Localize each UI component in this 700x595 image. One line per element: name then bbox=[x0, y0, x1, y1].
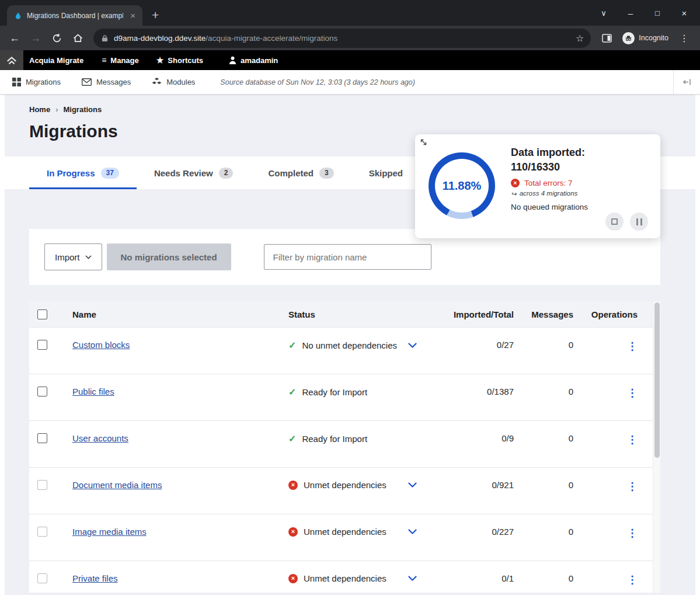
manage-label: Manage bbox=[110, 56, 138, 65]
collapse-toolbar-button[interactable] bbox=[673, 70, 700, 94]
table-row: Document media items Unmet dependencies … bbox=[29, 467, 660, 514]
expand-chevron-icon[interactable] bbox=[408, 529, 417, 534]
resize-icon[interactable] bbox=[420, 138, 427, 146]
tab-in-progress[interactable]: In Progress 37 bbox=[29, 156, 137, 189]
incognito-badge: Incognito bbox=[618, 32, 673, 44]
star-icon: ★ bbox=[156, 56, 164, 64]
table-scrollbar[interactable] bbox=[653, 301, 660, 593]
tab-count-badge: 3 bbox=[319, 168, 334, 179]
row-checkbox[interactable] bbox=[37, 340, 47, 350]
tab-label: In Progress bbox=[47, 168, 95, 178]
row-checkbox[interactable] bbox=[37, 573, 47, 583]
row-checkbox[interactable] bbox=[37, 433, 47, 443]
row-checkbox[interactable] bbox=[37, 387, 47, 396]
migration-link[interactable]: Private files bbox=[72, 573, 118, 583]
import-progress-card: 11.88% Data imported: 110/16330 Total er… bbox=[415, 134, 660, 238]
messages-count: 0 bbox=[514, 340, 578, 350]
tab-completed[interactable]: Completed 3 bbox=[250, 156, 351, 189]
tab-label: Completed bbox=[268, 168, 314, 178]
address-bar[interactable]: d9ama-ddevblog.ddev.site/acquia-migrate-… bbox=[93, 29, 591, 48]
side-panel-icon[interactable] bbox=[597, 29, 617, 47]
breadcrumb-current: Migrations bbox=[63, 105, 102, 114]
total-errors-link[interactable]: Total errors: 7 bbox=[524, 179, 573, 187]
check-icon: ✓ bbox=[288, 340, 296, 351]
drupal-icon bbox=[14, 12, 22, 20]
row-checkbox[interactable] bbox=[37, 527, 47, 537]
tab-skipped[interactable]: Skipped bbox=[351, 156, 420, 189]
window-close-button[interactable]: × bbox=[671, 8, 698, 18]
column-header-messages: Messages bbox=[514, 309, 578, 319]
column-header-name: Name bbox=[72, 309, 288, 319]
select-all-checkbox[interactable] bbox=[37, 309, 47, 319]
messages-count: 0 bbox=[514, 387, 578, 396]
forward-icon[interactable]: → bbox=[26, 29, 46, 47]
data-imported-title: Data imported: bbox=[511, 145, 588, 160]
new-tab-button[interactable]: + bbox=[152, 9, 159, 21]
home-icon[interactable] bbox=[68, 29, 88, 47]
tab-count-badge: 2 bbox=[219, 168, 234, 179]
stop-icon bbox=[611, 218, 618, 225]
migration-link[interactable]: Custom blocks bbox=[72, 340, 130, 350]
tab-label: Needs Review bbox=[154, 168, 213, 178]
expand-chevron-icon[interactable] bbox=[408, 576, 417, 581]
imported-total: 0/9 bbox=[438, 433, 514, 443]
stop-button[interactable] bbox=[605, 213, 624, 231]
progress-ring: 11.88% bbox=[429, 152, 495, 219]
shortcuts-menu[interactable]: ★ Shortcuts bbox=[148, 50, 212, 70]
table-row: Private files Unmet dependencies 0/1 0 ⋮ bbox=[29, 561, 660, 593]
modules-nav-item[interactable]: Modules bbox=[144, 78, 203, 86]
tab-needs-review[interactable]: Needs Review 2 bbox=[137, 156, 251, 189]
table-row: Custom blocks ✓ No unmet dependencies 0/… bbox=[29, 327, 660, 374]
operations-kebab-icon[interactable]: ⋮ bbox=[627, 434, 638, 446]
browser-tab[interactable]: Migrations Dashboard | example × bbox=[7, 5, 142, 26]
secondary-toolbar: Migrations Messages Modules Source datab… bbox=[0, 70, 700, 95]
user-label: amadamin bbox=[241, 56, 278, 65]
migration-link[interactable]: Public files bbox=[72, 387, 114, 396]
user-menu[interactable]: amadamin bbox=[220, 50, 287, 70]
manage-menu[interactable]: ≡ Manage bbox=[93, 50, 148, 70]
pause-button[interactable] bbox=[630, 213, 648, 231]
row-checkbox[interactable] bbox=[37, 480, 47, 490]
status-text: Ready for Import bbox=[302, 387, 367, 397]
hamburger-icon: ≡ bbox=[102, 56, 106, 64]
expand-chevron-icon[interactable] bbox=[408, 482, 417, 488]
check-icon: ✓ bbox=[288, 387, 296, 398]
filter-input[interactable] bbox=[264, 244, 431, 270]
admin-toolbar: Acquia Migrate ≡ Manage ★ Shortcuts amad… bbox=[0, 50, 700, 70]
breadcrumb-home-link[interactable]: Home bbox=[29, 105, 50, 114]
migration-link[interactable]: Document media items bbox=[72, 480, 162, 490]
bookmark-star-icon[interactable]: ☆ bbox=[576, 33, 584, 44]
migrations-nav-item[interactable]: Migrations bbox=[5, 78, 68, 86]
migration-link[interactable]: User accounts bbox=[72, 433, 128, 443]
operations-kebab-icon[interactable]: ⋮ bbox=[627, 387, 638, 399]
imported-total: 0/227 bbox=[438, 527, 514, 537]
operations-kebab-icon[interactable]: ⋮ bbox=[627, 527, 638, 539]
modules-icon bbox=[152, 78, 162, 86]
imported-total: 0/27 bbox=[438, 340, 514, 350]
reload-icon[interactable] bbox=[47, 29, 67, 47]
error-icon bbox=[511, 179, 520, 187]
operations-kebab-icon[interactable]: ⋮ bbox=[627, 340, 638, 352]
column-header-operations: Operations bbox=[578, 309, 653, 319]
browser-menu-icon[interactable]: ⋮ bbox=[674, 29, 694, 47]
expand-chevron-icon[interactable] bbox=[408, 343, 417, 348]
migrations-table: Name Status Imported/Total Messages Oper… bbox=[29, 301, 660, 593]
back-icon[interactable]: ← bbox=[5, 29, 25, 47]
chevron-down-icon[interactable]: ∨ bbox=[590, 9, 617, 18]
tab-close-icon[interactable]: × bbox=[128, 11, 138, 20]
pause-icon bbox=[636, 218, 642, 225]
messages-nav-item[interactable]: Messages bbox=[74, 78, 138, 86]
no-migrations-selected-button[interactable]: No migrations selected bbox=[107, 243, 231, 270]
migration-link[interactable]: Image media items bbox=[72, 527, 147, 537]
operations-kebab-icon[interactable]: ⋮ bbox=[627, 481, 638, 492]
operations-kebab-icon[interactable]: ⋮ bbox=[627, 574, 638, 586]
acquia-migrate-brand[interactable]: Acquia Migrate bbox=[0, 50, 93, 70]
window-maximize-button[interactable]: □ bbox=[644, 9, 671, 18]
url-path: /acquia-migrate-accelerate/migrations bbox=[206, 34, 337, 43]
scrollbar-thumb[interactable] bbox=[654, 302, 660, 458]
window-minimize-button[interactable]: – bbox=[617, 8, 644, 18]
across-label: across 4 migrations bbox=[520, 190, 578, 198]
source-database-note: Source database of Sun Nov 12, 3:03 (3 d… bbox=[220, 78, 415, 86]
import-dropdown-button[interactable]: Import bbox=[44, 243, 102, 270]
lock-icon bbox=[102, 34, 108, 42]
